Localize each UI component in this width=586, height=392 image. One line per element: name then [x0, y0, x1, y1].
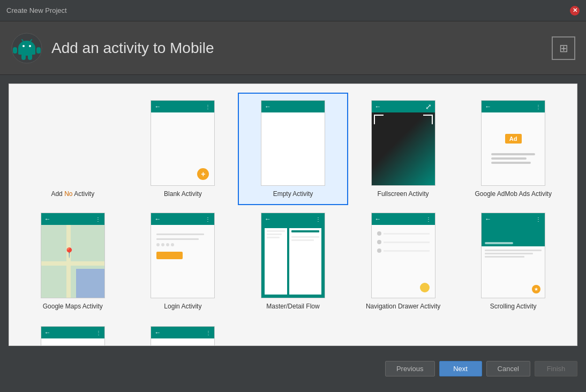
- nav-topbar: ← ⋮: [372, 213, 435, 225]
- bottom-bar: Previous Next Cancel Finish: [0, 355, 586, 382]
- masterdetail-phone-frame: ← ⋮: [261, 213, 325, 298]
- blank-activity-thumb: ← ⋮ +: [151, 100, 215, 186]
- navdrawer-thumb: ← ⋮: [371, 213, 435, 298]
- maps-label: Google Maps Activity: [43, 303, 103, 310]
- login-dot-4: [171, 243, 174, 246]
- md-line-3: [267, 237, 280, 238]
- nav-row-1: [377, 231, 430, 236]
- ad-line-1: [491, 153, 536, 155]
- nav-back-icon: ←: [375, 215, 381, 223]
- android-logo-icon: [11, 32, 43, 64]
- nav-fab-icon: [420, 283, 430, 292]
- map-road-h: [41, 261, 104, 266]
- scroll-dots-icon: ⋮: [536, 216, 542, 222]
- masterdetail-thumb: ← ⋮: [261, 213, 325, 298]
- fs-back-icon: ←: [375, 103, 381, 110]
- scrolling-thumb: ← ⋮ ★: [481, 213, 545, 298]
- header: Add an activity to Mobile ⊞: [0, 21, 586, 75]
- sc-line-1: [485, 250, 542, 251]
- partial-row: ← ⋮ ← ⋮: [9, 326, 577, 346]
- activity-item-login[interactable]: ← ⋮ Logi: [128, 205, 238, 318]
- md-detail-line-2: [291, 239, 313, 241]
- md-dots-icon: ⋮: [315, 216, 321, 222]
- md-detail: [289, 228, 321, 295]
- activity-item-scrolling[interactable]: ← ⋮ ★ Scr: [458, 205, 568, 318]
- nav-row-2: [377, 240, 430, 244]
- navdrawer-phone-frame: ← ⋮: [371, 213, 435, 298]
- finish-button[interactable]: Finish: [535, 361, 577, 376]
- navdrawer-label: Navigation Drawer Activity: [366, 303, 440, 310]
- no-activity-label: Add No Activity: [51, 190, 94, 198]
- header-title: Add an activity to Mobile: [51, 40, 214, 57]
- activity-item-maps[interactable]: ← ⋮ 📍 Google Maps Activity: [18, 205, 128, 318]
- login-phone-frame: ← ⋮: [151, 213, 215, 298]
- ad-badge: Ad: [505, 134, 522, 144]
- md-detail-line-1: [291, 236, 319, 238]
- admob-body: Ad: [482, 112, 545, 185]
- layout-icon: ⊞: [552, 36, 575, 60]
- partial-topbar-2: ← ⋮: [151, 327, 214, 338]
- maps-body: 📍: [41, 225, 104, 298]
- fs-corner-tr: [423, 115, 433, 124]
- nav-dot-line-2: [384, 242, 430, 243]
- login-label: Login Activity: [164, 303, 201, 310]
- fullscreen-topbar: ← ⤢: [372, 101, 435, 112]
- blank-body: +: [151, 112, 214, 185]
- partial-dots-1: ⋮: [96, 330, 101, 336]
- blank-phone-frame: ← ⋮ +: [151, 100, 215, 186]
- empty-back-arrow-icon: ←: [265, 103, 271, 110]
- back-arrow-icon: ←: [154, 103, 161, 110]
- close-button[interactable]: ✕: [570, 6, 580, 16]
- activity-item-no-activity[interactable]: Add No Activity: [18, 93, 128, 205]
- login-dots-row: [156, 243, 209, 246]
- login-dot-3: [166, 243, 169, 246]
- maps-back-icon: ←: [44, 215, 51, 223]
- partial-back-1: ←: [44, 329, 51, 336]
- masterdetail-label: Master/Detail Flow: [266, 303, 319, 310]
- previous-button[interactable]: Previous: [385, 361, 435, 376]
- svg-point-4: [29, 45, 31, 47]
- partial-phone-2: ← ⋮: [151, 326, 215, 346]
- partial-item-1[interactable]: ← ⋮: [18, 326, 128, 346]
- partial-item-2[interactable]: ← ⋮: [128, 326, 238, 346]
- partial-topbar-1: ← ⋮: [41, 327, 104, 338]
- ad-line-2: [491, 157, 527, 160]
- login-dots-icon: ⋮: [205, 216, 211, 222]
- map-road-v: [66, 225, 71, 298]
- nav-dots-icon: ⋮: [426, 216, 432, 222]
- maps-thumb: ← ⋮ 📍: [41, 213, 105, 298]
- login-topbar: ← ⋮: [151, 213, 214, 225]
- activity-item-admob[interactable]: ← ⋮ Ad Google AdMob Ads Activity: [458, 93, 568, 205]
- nav-body: [372, 225, 435, 298]
- map-water: [76, 269, 104, 298]
- no-activity-highlight: No: [64, 190, 72, 198]
- md-line-2: [267, 233, 282, 235]
- cancel-button[interactable]: Cancel: [486, 361, 530, 376]
- admob-back-icon: ←: [485, 103, 491, 110]
- title-bar: Create New Project ✕: [0, 0, 586, 21]
- activity-item-fullscreen[interactable]: ← ⤢ Fullscreen Activity: [348, 93, 459, 205]
- activity-item-empty[interactable]: ← Empty Activity: [238, 93, 348, 205]
- nav-dot-line-1: [384, 233, 430, 235]
- next-button[interactable]: Next: [439, 361, 482, 376]
- login-thumb: ← ⋮: [151, 213, 215, 298]
- login-back-icon: ←: [154, 215, 161, 223]
- login-dot-2: [161, 243, 164, 246]
- admob-dots-icon: ⋮: [536, 104, 542, 110]
- activity-grid: Add No Activity ← ⋮ + Blank Activity: [9, 84, 577, 326]
- fab-icon: +: [197, 168, 209, 180]
- md-line-1: [267, 230, 285, 232]
- admob-phone-frame: ← ⋮ Ad: [481, 100, 545, 186]
- md-body: [261, 225, 325, 298]
- md-back-icon: ←: [265, 215, 271, 223]
- activity-item-blank[interactable]: ← ⋮ + Blank Activity: [128, 93, 238, 205]
- scroll-header-text: [485, 242, 513, 244]
- activity-item-navdrawer[interactable]: ← ⋮: [348, 205, 459, 318]
- empty-topbar: ←: [261, 101, 325, 112]
- map-pin-icon: 📍: [63, 247, 75, 259]
- login-submit-btn: [156, 252, 183, 259]
- fs-corner-tl: [374, 115, 384, 124]
- nav-dot-1: [377, 231, 381, 236]
- title-bar-text: Create New Project: [6, 6, 67, 14]
- activity-item-masterdetail[interactable]: ← ⋮: [238, 205, 348, 318]
